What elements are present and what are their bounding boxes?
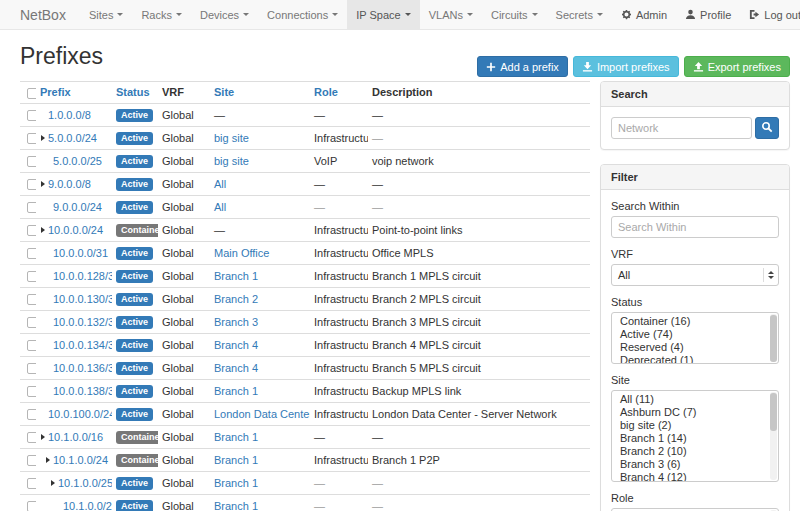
vrf-select[interactable]: All (611, 264, 779, 286)
site-listbox[interactable]: All (11)Ashburn DC (7)big site (2)Branch… (611, 390, 779, 482)
navbar: NetBox SitesRacksDevicesConnectionsIP Sp… (0, 0, 800, 30)
nav-item-profile[interactable]: Profile (676, 0, 740, 29)
site-link[interactable]: big site (214, 155, 249, 167)
table-row: 10.0.0.134/31 Active Global Branch 4 Inf… (20, 333, 590, 356)
listbox-option[interactable]: Branch 3 (6) (612, 458, 778, 471)
export-prefixes-button[interactable]: Export prefixes (684, 56, 790, 77)
row-checkbox[interactable] (27, 340, 36, 351)
nav-item-log-out[interactable]: Log out (740, 0, 800, 29)
scrollbar[interactable] (770, 314, 777, 362)
scrollbar[interactable] (770, 392, 777, 480)
nav-item-ip-space[interactable]: IP Space (347, 0, 419, 29)
site-link[interactable]: big site (214, 132, 249, 144)
row-checkbox[interactable] (27, 501, 36, 511)
site-link[interactable]: Branch 1 (214, 431, 258, 443)
row-checkbox[interactable] (27, 110, 36, 121)
prefix-link[interactable]: 10.0.0.130/31 (53, 293, 112, 305)
row-checkbox[interactable] (27, 317, 36, 328)
row-checkbox[interactable] (27, 294, 36, 305)
row-checkbox[interactable] (27, 363, 36, 374)
sidebar: Search Filter Search Within VRF All (600, 81, 790, 511)
select-all-checkbox[interactable] (27, 88, 36, 99)
prefix-link[interactable]: 10.0.0.128/31 (53, 270, 112, 282)
listbox-option[interactable]: All (11) (612, 393, 778, 406)
prefix-link[interactable]: 10.0.100.0/24 (48, 408, 112, 420)
prefix-link[interactable]: 10.0.0.138/31 (53, 385, 112, 397)
row-checkbox[interactable] (27, 179, 36, 190)
site-link[interactable]: London Data Center (214, 408, 310, 420)
prefix-link[interactable]: 10.1.0.0/26 (63, 500, 112, 511)
prefix-link[interactable]: 5.0.0.0/25 (53, 155, 102, 167)
listbox-option[interactable]: Reserved (4) (612, 341, 778, 354)
brand[interactable]: NetBox (20, 0, 66, 29)
nav-item-sites[interactable]: Sites (80, 0, 132, 29)
nav-item-racks[interactable]: Racks (132, 0, 191, 29)
role-cell: Infrastructure (310, 126, 368, 149)
status-listbox[interactable]: Container (16)Active (74)Reserved (4)Dep… (611, 312, 779, 364)
prefix-link[interactable]: 10.1.0.0/24 (53, 454, 108, 466)
prefix-link[interactable]: 10.0.0.134/31 (53, 339, 112, 351)
prefix-link[interactable]: 10.1.0.0/25 (58, 477, 112, 489)
row-checkbox[interactable] (27, 202, 36, 213)
listbox-option[interactable]: Branch 4 (12) (612, 471, 778, 482)
status-badge: Active (116, 201, 153, 214)
site-link[interactable]: Branch 1 (214, 477, 258, 489)
listbox-option[interactable]: Container (16) (612, 315, 778, 328)
site-link[interactable]: Branch 4 (214, 339, 258, 351)
search-within-input[interactable] (611, 216, 779, 238)
row-checkbox[interactable] (27, 225, 36, 236)
prefix-link[interactable]: 1.0.0.0/8 (48, 109, 91, 121)
listbox-option[interactable]: Ashburn DC (7) (612, 406, 778, 419)
site-link[interactable]: Branch 2 (214, 293, 258, 305)
table-row: 10.0.0.138/31 Active Global Branch 1 Inf… (20, 379, 590, 402)
site-cell: Branch 2 (210, 287, 310, 310)
site-link[interactable]: Branch 1 (214, 270, 258, 282)
description-cell: Branch 4 MPLS circuit (368, 333, 590, 356)
add-a-prefix-button[interactable]: Add a prefix (477, 56, 568, 77)
prefix-link[interactable]: 9.0.0.0/8 (48, 178, 91, 190)
search-button[interactable] (755, 117, 779, 139)
site-link[interactable]: All (214, 178, 226, 190)
site-link[interactable]: Branch 4 (214, 362, 258, 374)
site-link[interactable]: All (214, 201, 226, 213)
nav-item-secrets[interactable]: Secrets (547, 0, 612, 29)
column-header-status: Status (112, 82, 158, 104)
row-checkbox[interactable] (27, 386, 36, 397)
prefix-link[interactable]: 10.0.0.136/31 (53, 362, 112, 374)
site-link[interactable]: Branch 1 (214, 500, 258, 511)
import-prefixes-button[interactable]: Import prefixes (573, 56, 679, 77)
prefix-link[interactable]: 10.0.0.0/24 (48, 224, 103, 236)
row-checkbox[interactable] (27, 432, 36, 443)
filter-panel-title: Filter (601, 165, 789, 190)
row-checkbox[interactable] (27, 409, 36, 420)
nav-item-circuits[interactable]: Circuits (482, 0, 547, 29)
site-link[interactable]: Main Office (214, 247, 269, 259)
row-checkbox[interactable] (27, 133, 36, 144)
listbox-option[interactable]: Branch 1 (14) (612, 432, 778, 445)
search-input[interactable] (611, 117, 752, 139)
listbox-option[interactable]: Active (74) (612, 328, 778, 341)
prefix-link[interactable]: 9.0.0.0/24 (53, 201, 102, 213)
listbox-option[interactable]: big site (2) (612, 419, 778, 432)
prefix-link[interactable]: 10.1.0.0/16 (48, 431, 103, 443)
nav-item-vlans[interactable]: VLANs (420, 0, 482, 29)
nav-item-devices[interactable]: Devices (191, 0, 258, 29)
row-checkbox[interactable] (27, 271, 36, 282)
listbox-option[interactable]: Branch 2 (10) (612, 445, 778, 458)
site-link[interactable]: Branch 1 (214, 385, 258, 397)
table-row: 10.0.0.0/31 Active Global Main Office In… (20, 241, 590, 264)
site-link[interactable]: Branch 1 (214, 454, 258, 466)
row-checkbox[interactable] (27, 478, 36, 489)
chevron-down-icon (332, 13, 338, 16)
prefix-link[interactable]: 10.0.0.132/31 (53, 316, 112, 328)
nav-item-connections[interactable]: Connections (258, 0, 347, 29)
row-checkbox[interactable] (27, 248, 36, 259)
site-link[interactable]: Branch 3 (214, 316, 258, 328)
prefix-link[interactable]: 10.0.0.0/31 (53, 247, 108, 259)
prefix-link[interactable]: 5.0.0.0/24 (48, 132, 97, 144)
row-checkbox[interactable] (27, 156, 36, 167)
table-row: 1.0.0.0/8 Active Global — — — (20, 103, 590, 126)
row-checkbox[interactable] (27, 455, 36, 466)
nav-item-admin[interactable]: Admin (612, 0, 676, 29)
listbox-option[interactable]: Deprecated (1) (612, 354, 778, 364)
